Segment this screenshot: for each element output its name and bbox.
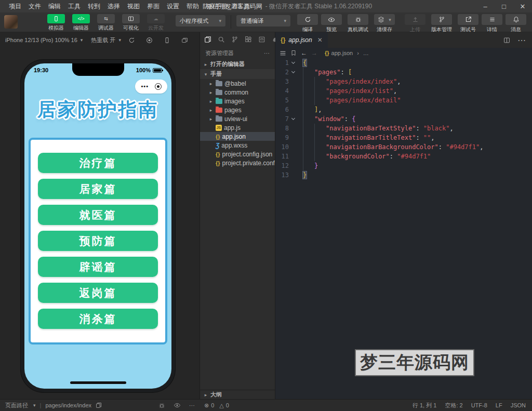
eol-setting[interactable]: LF [496,402,502,408]
code-line: 5"pages/index/detail" [275,96,532,105]
code-text: } [297,161,318,170]
compile-button[interactable]: 编译 [296,14,320,33]
capsule-menu[interactable]: ••• [135,79,167,94]
rotate-icon[interactable] [128,37,135,44]
menu-item[interactable]: 界面 [143,1,163,12]
more-icon[interactable]: ⋯ [517,35,526,45]
open-editors-section[interactable]: ▸ 打开的编辑器 [200,59,275,69]
device-frame-icon[interactable] [164,37,170,44]
files-icon[interactable] [204,36,211,43]
compile-mode-select[interactable]: 普通编译▾ [236,15,290,26]
miniapp-menu-button[interactable]: 治疗篇 [38,153,158,173]
capsule-more-icon[interactable]: ••• [141,84,149,89]
code-token: "window" [314,115,344,123]
bookmark-icon[interactable] [290,50,297,56]
tab-app-json[interactable]: {} app.json ✕ [275,32,328,48]
user-avatar[interactable] [4,15,18,29]
breadcrumb-more[interactable]: … [363,50,369,56]
menu-item[interactable]: 转到 [84,1,104,12]
fold-chevron-icon[interactable] [289,58,297,68]
breadcrumb-file[interactable]: {} app.json [325,50,353,56]
menu-item[interactable]: 视图 [124,1,143,12]
version-manage-button[interactable]: 版本管理 [427,14,456,33]
problems-summary[interactable]: ⊗0 △0 [200,402,275,409]
upload-button[interactable]: 上传 [403,14,427,33]
encoding-setting[interactable]: UTF-8 [471,402,487,408]
line-number: 7 [275,114,289,124]
simulator-toggle-button[interactable]: 模拟器 [44,14,69,32]
more-icon[interactable]: ⋯ [264,50,270,57]
message-button[interactable]: 消息 [504,14,528,33]
menu-item[interactable]: 工具 [64,1,84,12]
debugger-toggle-button[interactable]: ⇆ 调试器 [94,14,118,32]
miniapp-menu-button[interactable]: 辟谣篇 [38,257,158,277]
test-account-button[interactable]: 测试号 [456,14,480,33]
project-root-section[interactable]: ▾ 手册 [200,69,275,79]
editor-toggle-button[interactable]: </> 编辑器 [69,14,94,32]
miniapp-menu-button[interactable]: 消杀篇 [38,309,158,329]
file-tree-item[interactable]: JSapp.js [200,123,275,132]
mode-select[interactable]: 小程序模式▾ [176,15,225,26]
eye-icon[interactable] [174,402,181,409]
file-tree-item[interactable]: ▸pages [200,105,275,114]
chevron-down-icon: ▾ [33,403,36,408]
file-tree-item[interactable]: ▸uview-ui [200,114,275,123]
file-tree-item[interactable]: {}app.json [200,132,275,141]
back-arrow-icon[interactable]: ← [301,49,307,57]
cloud-dev-button[interactable]: ☁ 云开发 [143,14,168,32]
menu-item[interactable]: 帮助 [183,1,203,12]
debug-icon[interactable] [158,402,165,409]
record-icon[interactable] [146,37,153,44]
miniapp-menu-button[interactable]: 返岗篇 [38,283,158,303]
detail-button[interactable]: 详情 [480,14,504,33]
miniapp-menu-button[interactable]: 预防篇 [38,231,158,251]
menu-item[interactable]: 项目 [5,1,25,12]
split-editor-icon[interactable] [503,37,510,44]
file-tree-item[interactable]: ▸images [200,97,275,105]
tab-close-icon[interactable]: ✕ [317,36,323,44]
outline-section[interactable]: ▸ 大纲 [200,390,275,399]
copy-path-icon[interactable] [96,402,102,408]
visualizer-toggle-button[interactable]: 可视化 [118,14,143,32]
npm-icon[interactable] [258,36,265,43]
menu-item[interactable]: 文件 [25,1,45,12]
file-tree-item[interactable]: ▸@babel [200,79,275,88]
extensions-icon[interactable] [245,36,252,43]
menu-item[interactable]: 设置 [163,1,183,12]
preview-button[interactable]: 预览 [320,14,343,33]
device-debug-button[interactable]: 真机调试 [343,14,373,33]
file-tree-item[interactable]: Ʒapp.wxss [200,141,275,150]
menu-item[interactable]: 选择 [104,1,124,12]
clear-cache-button[interactable]: ▾ 清缓存 [373,14,396,33]
layers-icon: ▾ [374,14,395,25]
maximize-button[interactable]: □ [495,0,513,12]
hot-reload-select[interactable]: 热重载 开▾ [91,36,121,44]
folder-icon [216,90,222,95]
file-tree-item[interactable]: ▸common [200,88,275,97]
multi-window-icon[interactable] [181,37,188,44]
fold-chevron-icon[interactable] [289,114,297,124]
search-icon[interactable] [218,36,225,43]
device-select[interactable]: iPhone 12/13 (Pro) 100% 16▾ [5,37,83,43]
code-editor[interactable]: 1{2"pages": [3"pages/index/index",4"page… [275,58,532,399]
fold-chevron-icon[interactable] [289,68,297,77]
outline-toggle-icon[interactable] [280,50,286,57]
source-control-icon[interactable] [231,36,238,43]
language-mode[interactable]: JSON [511,402,526,408]
forward-arrow-icon[interactable]: → [311,49,317,57]
file-tree-item[interactable]: {}project.private.config.js… [200,158,275,167]
miniapp-menu-button[interactable]: 居家篇 [38,179,158,199]
page-path-select[interactable]: 页面路径 ▾ [5,402,36,409]
indent-setting[interactable]: 空格: 2 [445,402,462,409]
miniapp-menu-button[interactable]: 就医篇 [38,205,158,225]
minimize-button[interactable]: – [476,0,495,12]
capsule-close-icon[interactable] [155,83,162,90]
file-tree-item[interactable]: {}project.config.json [200,150,275,158]
cursor-position[interactable]: 行 1, 列 1 [413,402,436,409]
code-token: } [314,162,318,169]
menu-item[interactable]: 编辑 [45,1,64,12]
code-line: 8"navigationBarTextStyle": "black", [275,124,532,133]
more-icon[interactable]: ⋯ [189,402,195,409]
home-indicator[interactable] [70,381,126,384]
close-button[interactable]: ✕ [513,0,532,12]
